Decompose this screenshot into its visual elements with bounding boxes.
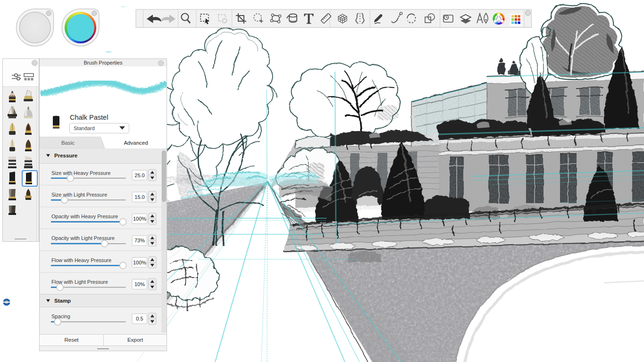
svg-text:Size with Light Pressure: Size with Light Pressure bbox=[51, 192, 107, 197]
svg-text:Chalk Pastel: Chalk Pastel bbox=[70, 114, 108, 121]
svg-text:10%: 10% bbox=[134, 281, 145, 287]
svg-text:25.0: 25.0 bbox=[134, 173, 144, 178]
svg-text:Size with Heavy Pressure: Size with Heavy Pressure bbox=[51, 170, 110, 176]
svg-text:15.0: 15.0 bbox=[134, 194, 144, 200]
svg-text:Advanced: Advanced bbox=[124, 140, 148, 146]
svg-text:100%: 100% bbox=[133, 216, 146, 222]
svg-text:73%: 73% bbox=[134, 238, 145, 243]
svg-text:0.5: 0.5 bbox=[136, 316, 143, 321]
svg-text:Basic: Basic bbox=[61, 140, 75, 146]
svg-text:100%: 100% bbox=[133, 260, 146, 265]
svg-text:Flow with Heavy Pressure: Flow with Heavy Pressure bbox=[51, 257, 111, 263]
svg-text:Opacity with Heavy Pressure: Opacity with Heavy Pressure bbox=[51, 214, 118, 219]
svg-text:Stamp: Stamp bbox=[54, 298, 71, 304]
svg-text:Spacing: Spacing bbox=[51, 313, 70, 319]
